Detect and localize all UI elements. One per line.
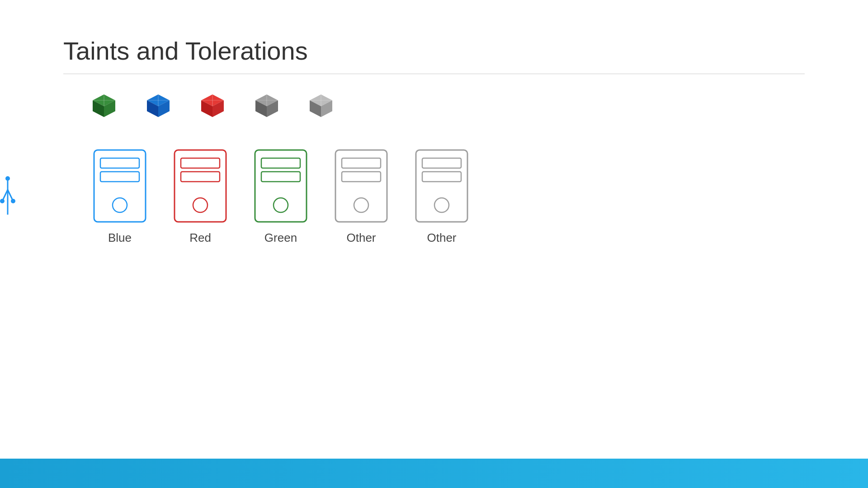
svg-rect-42 — [255, 150, 307, 222]
cubes-row — [90, 92, 805, 119]
main-content: Taints and Tolerations — [0, 0, 868, 245]
title-divider — [63, 74, 805, 74]
node-red-item: Red — [171, 146, 230, 245]
node-blue-item: Blue — [90, 146, 149, 245]
node-green-label: Green — [264, 231, 297, 245]
node-green-item: Green — [251, 146, 310, 245]
gray-cube-1-icon — [253, 92, 280, 119]
svg-rect-50 — [416, 150, 467, 222]
node-red-server — [171, 146, 230, 225]
node-red-label: Red — [189, 231, 211, 245]
svg-point-4 — [0, 199, 5, 203]
node-other2-label: Other — [427, 231, 456, 245]
svg-rect-34 — [94, 150, 146, 222]
side-accent-icon — [0, 176, 16, 217]
gray-cube-2-icon — [307, 92, 335, 119]
svg-rect-38 — [175, 150, 226, 222]
node-blue-server — [90, 146, 149, 225]
node-other2-item: Other — [412, 146, 471, 245]
blue-cube-icon — [145, 92, 172, 119]
svg-point-3 — [5, 176, 10, 181]
node-other1-label: Other — [346, 231, 376, 245]
node-other1-server — [332, 146, 391, 225]
node-other1-item: Other — [332, 146, 391, 245]
node-blue-label: Blue — [108, 231, 132, 245]
nodes-row: Blue Red Green — [90, 146, 805, 245]
svg-rect-46 — [335, 150, 387, 222]
svg-point-5 — [11, 199, 15, 203]
bottom-bar — [0, 459, 868, 488]
node-green-server — [251, 146, 310, 225]
green-cube-icon — [90, 92, 118, 119]
red-cube-icon — [199, 92, 226, 119]
page-title: Taints and Tolerations — [63, 36, 805, 66]
node-other2-server — [412, 146, 471, 225]
